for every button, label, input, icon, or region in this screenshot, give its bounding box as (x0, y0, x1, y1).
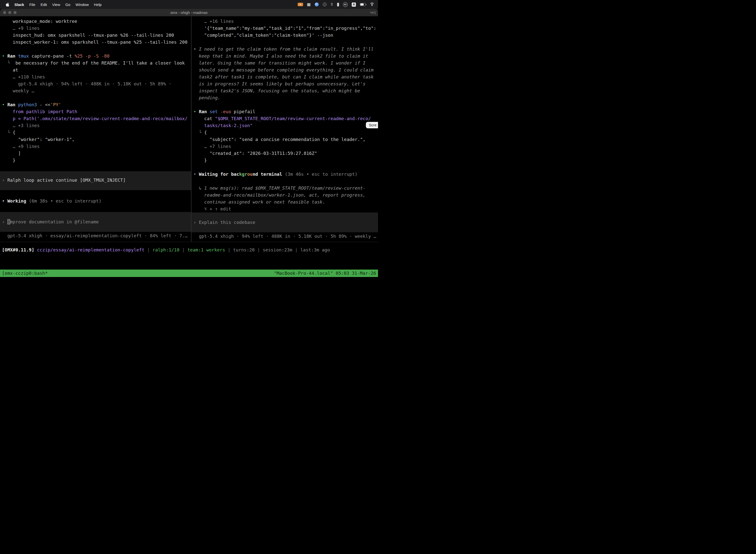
terminal-line: • Working (6m 38s • esc to interrupt) (2, 198, 191, 205)
terminal-line: later. Using the same for transition mig… (193, 60, 378, 66)
terminal-line: └ { (193, 129, 378, 136)
terminal-line: ] (2, 150, 191, 157)
terminal-line: … +110 lines (2, 73, 191, 80)
terminal-line: inspect_hud: omx sparkshell --tmux-pane … (2, 32, 191, 39)
terminal-line: • Ran set -euo pipefail (193, 108, 378, 115)
terminal-line: task2 after task1 is complete, but can I… (193, 73, 378, 80)
terminal-line (193, 178, 378, 185)
left-terminal-pane[interactable]: workspace_mode: worktree … +9 lines insp… (0, 16, 191, 242)
wifi-icon[interactable] (370, 3, 375, 6)
tmux-inject-row[interactable]: › Ralph loop active continue [OMX_TMUX_I… (0, 171, 191, 190)
spacer (2, 205, 191, 212)
prompt-suggestion-row[interactable]: › Explain this codebase (191, 213, 378, 232)
terminal-line: └ be necessary for the end of the README… (2, 60, 191, 66)
menu-app-name[interactable]: Slack (14, 2, 24, 7)
terminal-line: should send a message before completing … (193, 66, 378, 73)
terminal-line: … +9 lines (2, 25, 191, 32)
menu-file[interactable]: File (29, 2, 35, 7)
tmux-host-clock: "MacBook-Pro-44.local" 05:03 31-Mar-26 (274, 270, 376, 277)
window-title: omx --xhigh --madmax (170, 10, 208, 15)
battery-icon[interactable] (360, 3, 366, 6)
terminal-line: • Waiting for background terminal (3m 46… (193, 171, 378, 178)
terminal-line: › Ralph loop active continue [OMX_TMUX_I… (2, 177, 191, 184)
terminal-line: keep that in mind. Maybe I also need the… (193, 53, 378, 60)
terminal-line: gpt-5.4 xhigh · 94% left · 488K in · 5.1… (2, 80, 191, 88)
terminal-line: } (2, 157, 191, 164)
window-title-bar[interactable]: omx --xhigh --madmax ⌥⌘1 (0, 9, 378, 16)
menu-bar: Slack FileEditViewGoWindowHelp ▦⠿61A (0, 0, 378, 9)
terminal-line (2, 94, 191, 101)
terminal-line: ⌥ + ↑ edit (193, 206, 378, 213)
terminal-line: } (193, 157, 378, 164)
omx-status-line: [OMX#0.11.9] cczip/essay/ai-reimplementa… (0, 246, 378, 254)
tmux-session-label: [omx-cczip0:bash* (2, 270, 48, 277)
terminal-line: • Ran tmux capture-pane -t %25 -p -S -80 (2, 53, 191, 60)
terminal-line (193, 164, 378, 171)
terminal-line: inspect_worker-1: omx sparkshell --tmux-… (2, 39, 191, 46)
app-swirl-icon[interactable] (315, 2, 319, 6)
menu-view[interactable]: View (52, 2, 60, 7)
terminal-line: workspace_mode: worktree (2, 18, 191, 25)
close-button[interactable] (3, 11, 6, 14)
terminal-window: omx --xhigh --madmax ⌥⌘1 workspace_mode:… (0, 9, 378, 277)
terminal-line: gpt-5.4 xhigh · 94% left · 488K in · 5.1… (193, 233, 378, 240)
screen-tooltip[interactable]: Scre (366, 122, 378, 128)
keyboard-grid-icon[interactable]: ▦ (307, 2, 311, 6)
terminal-line: is in progress? It seems likely but perh… (193, 80, 378, 88)
terminal-line: "completed","claim_token":"claim-token"}… (193, 32, 378, 39)
input-source-icon[interactable]: A (352, 2, 356, 7)
battery-percent-badge[interactable]: 61 (343, 2, 348, 7)
moon-icon[interactable] (323, 2, 327, 6)
terminal-line: … +7 lines (193, 143, 378, 150)
terminal-line: tasks/task-2.json" (193, 122, 378, 129)
terminal-line: › Explain this codebase (193, 219, 378, 226)
terminal-line (2, 46, 191, 53)
terminal-content: workspace_mode: worktree … +9 lines insp… (0, 16, 378, 242)
terminal-line: from pathlib import Path (2, 108, 191, 115)
terminal-line: • Ran python3 - <<'PY' (2, 101, 191, 108)
prompt-input-row[interactable]: › Improve documentation in @filename (0, 212, 191, 232)
dots-grid-icon[interactable]: ⠿ (331, 3, 333, 6)
terminal-line: › Improve documentation in @filename (2, 218, 191, 225)
terminal-line (193, 39, 378, 46)
window-shortcut-hint: ⌥⌘1 (370, 11, 376, 15)
terminal-line: pending. (193, 94, 378, 101)
terminal-line: continue assigned work or next feasible … (193, 199, 378, 206)
terminal-line (193, 101, 378, 108)
terminal-line: "subject": "send a concise recommendatio… (193, 136, 378, 143)
terminal-line: └ { (2, 129, 191, 136)
terminal-line: … +9 lines (2, 143, 191, 150)
terminal-line: readme-and-reco/mailbox/worker-1.json, a… (193, 191, 378, 199)
key-icon[interactable] (337, 3, 339, 6)
terminal-line: "created_at": "2026-03-31T11:59:27.816Z" (193, 150, 378, 157)
terminal-line: … +3 lines (2, 122, 191, 129)
terminal-line: '{"team_name":"my-team","task_id":"1","f… (193, 25, 378, 32)
terminal-line: … +16 lines (193, 18, 378, 25)
menu-help[interactable]: Help (94, 2, 102, 7)
terminal-line: ↳ 1 new msg(s): read $OMX_TEAM_STATE_ROO… (193, 185, 378, 191)
terminal-line: "worker": "worker-1", (2, 136, 191, 143)
terminal-line: weekly … (2, 88, 191, 94)
menu-go[interactable]: Go (65, 2, 70, 7)
minimize-button[interactable] (8, 11, 11, 14)
terminal-line: at (2, 66, 191, 73)
spacer (2, 164, 191, 171)
right-terminal-pane[interactable]: … +16 lines '{"team_name":"my-team","tas… (191, 16, 378, 242)
zoom-button[interactable] (13, 11, 17, 14)
apple-menu-icon[interactable] (5, 2, 9, 7)
menu-edit[interactable]: Edit (41, 2, 47, 7)
menu-window[interactable]: Window (76, 2, 89, 7)
tmux-status-bar: [omx-cczip0:bash* "MacBook-Pro-44.local"… (0, 270, 378, 277)
terminal-line: inspect task2's JSON, focusing on the st… (193, 88, 378, 94)
screen-recording-icon[interactable] (298, 3, 303, 6)
spacer (2, 190, 191, 198)
terminal-line: • I need to get the claim token from the… (193, 46, 378, 53)
terminal-line: p = Path('.omx/state/team/review-current… (2, 115, 191, 122)
terminal-line: gpt-5.4 xhigh · essay/ai-reimplementatio… (2, 232, 191, 239)
terminal-line: cat "$OMX_TEAM_STATE_ROOT/team/review-cu… (193, 115, 378, 122)
